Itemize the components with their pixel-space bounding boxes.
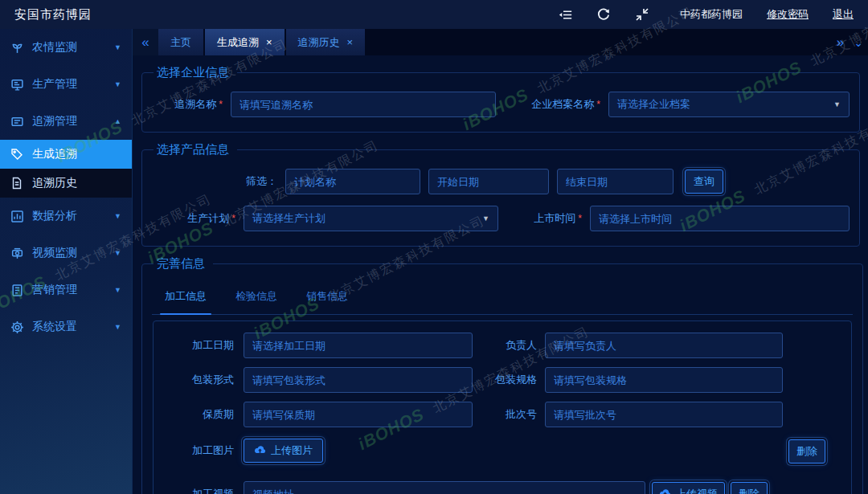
sidebar-item-label: 生产管理 <box>32 77 77 92</box>
section-product-info: 选择产品信息 筛选： 查询 生产计划* 请选择生产计划 ▼ 上市时间* <box>141 142 860 247</box>
chevron-down-icon: ▼ <box>114 43 121 51</box>
gear-icon <box>10 320 24 334</box>
batch-number-label: 批次号 <box>482 407 537 422</box>
shelf-life-input[interactable] <box>244 402 473 427</box>
delete-video-button[interactable]: 删除 <box>731 482 768 494</box>
main-content: 选择企业信息 追溯名称* 企业档案名称* 请选择企业档案 ▼ 选择产品信息 筛选… <box>133 55 868 494</box>
marketing-doc-icon <box>10 284 24 297</box>
tab-label: 生成追溯 <box>217 35 259 50</box>
packaging-spec-label: 包装规格 <box>482 373 537 387</box>
chevron-down-icon: ▼ <box>114 80 121 88</box>
chevron-down-icon: ▼ <box>114 249 121 257</box>
chevron-down-icon: ▼ <box>833 100 841 108</box>
shelf-life-label: 保质期 <box>154 407 234 422</box>
chevron-down-icon: ▼ <box>482 214 489 223</box>
monitor-icon <box>10 78 24 92</box>
tabbar: « 主页 生成追溯 × 追溯历史 × » ⌄ <box>133 29 868 55</box>
sidebar-item-label: 生成追溯 <box>32 147 77 161</box>
upload-image-button[interactable]: 上传图片 <box>244 439 323 463</box>
sidebar-item-system-settings[interactable]: 系统设置 ▼ <box>0 308 132 345</box>
logout-link[interactable]: 退出 <box>833 7 854 22</box>
chevron-up-icon: ▲ <box>114 117 121 125</box>
tab-sales-info[interactable]: 销售信息 <box>306 289 348 314</box>
processing-date-input[interactable] <box>244 333 473 358</box>
section-title-product: 选择产品信息 <box>154 142 237 157</box>
history-doc-icon <box>10 177 24 190</box>
video-url-input[interactable] <box>244 481 645 494</box>
chevron-down-icon: ▼ <box>114 212 121 220</box>
double-chevron-left-icon: « <box>141 35 149 51</box>
packaging-spec-input[interactable] <box>545 367 783 393</box>
trace-name-input[interactable] <box>231 92 496 117</box>
production-plan-select[interactable]: 请选择生产计划 ▼ <box>244 206 498 231</box>
menu-fold-icon[interactable] <box>558 7 572 22</box>
sidebar-item-label: 数据分析 <box>32 209 77 223</box>
chevron-down-icon: ▼ <box>114 286 121 294</box>
sidebar-item-video-monitor[interactable]: 视频监测 ▼ <box>0 235 132 271</box>
packaging-form-label: 包装形式 <box>154 373 234 387</box>
sidebar-item-agriculture-monitor[interactable]: 农情监测 ▼ <box>0 29 132 66</box>
sidebar-item-generate-trace[interactable]: 生成追溯 <box>0 140 132 169</box>
tab-trace-history[interactable]: 追溯历史 × <box>286 29 366 55</box>
end-date-input[interactable] <box>557 169 674 194</box>
topbar: 安国市药博园 中药都药博园 修改密码 退出 <box>0 0 868 29</box>
close-icon[interactable]: × <box>347 37 354 47</box>
sidebar: 农情监测 ▼ 生产管理 ▼ 追溯管理 ▲ 生成追溯 追溯历史 <box>0 29 133 494</box>
complete-info-tabs: 加工信息 检验信息 销售信息 <box>152 276 853 315</box>
processing-image-label: 加工图片 <box>154 443 234 458</box>
plan-name-filter-input[interactable] <box>285 169 420 194</box>
tabs-menu-chevron-icon[interactable]: ⌄ <box>854 36 863 49</box>
enterprise-archive-label: 企业档案名称* <box>506 97 600 112</box>
topbar-right: 中药都药博园 修改密码 退出 <box>558 7 854 22</box>
processing-date-label: 加工日期 <box>154 338 234 353</box>
delete-image-button[interactable]: 删除 <box>788 439 825 463</box>
trace-name-label: 追溯名称* <box>152 97 223 112</box>
close-icon[interactable]: × <box>266 37 272 47</box>
tab-inspection-info[interactable]: 检验信息 <box>235 289 277 314</box>
cloud-upload-icon <box>254 445 266 457</box>
org-name[interactable]: 中药都药博园 <box>680 7 743 22</box>
sidebar-item-production-management[interactable]: 生产管理 ▼ <box>0 66 132 103</box>
person-in-charge-input[interactable] <box>545 333 783 358</box>
required-mark: * <box>219 99 223 110</box>
sprout-icon <box>10 41 24 55</box>
section-complete-info: 完善信息 加工信息 检验信息 销售信息 加工日期 负责人 包装形式 包装规格 保… <box>141 256 863 494</box>
batch-number-input[interactable] <box>545 402 783 427</box>
tab-label: 主页 <box>170 35 191 50</box>
packaging-form-input[interactable] <box>244 367 473 393</box>
refresh-icon[interactable] <box>596 7 611 22</box>
processing-info-panel: 加工日期 负责人 包装形式 包装规格 保质期 批次号 加工图片 <box>153 320 852 494</box>
exit-fullscreen-icon[interactable] <box>635 7 649 22</box>
upload-video-button[interactable]: 上传视频 <box>652 482 725 494</box>
sidebar-item-data-analysis[interactable]: 数据分析 ▼ <box>0 198 132 235</box>
sidebar-item-label: 视频监测 <box>32 246 77 260</box>
camera-icon <box>10 247 24 260</box>
tabbar-right: » ⌄ <box>837 29 863 55</box>
app-title: 安国市药博园 <box>14 7 92 22</box>
sidebar-item-marketing-management[interactable]: 营销管理 ▼ <box>0 271 132 308</box>
enterprise-archive-select[interactable]: 请选择企业档案 ▼ <box>608 92 850 117</box>
sidebar-item-trace-history[interactable]: 追溯历史 <box>0 169 132 198</box>
search-button[interactable]: 查询 <box>685 169 723 194</box>
tabs-scroll-left-button[interactable]: « <box>133 29 158 55</box>
required-mark: * <box>596 99 600 110</box>
chevron-down-icon: ▼ <box>114 323 121 331</box>
start-date-input[interactable] <box>428 169 549 194</box>
person-in-charge-label: 负责人 <box>482 338 537 353</box>
trace-submenu: 生成追溯 追溯历史 <box>0 140 132 198</box>
filter-label: 筛选： <box>152 174 277 189</box>
tab-generate-trace[interactable]: 生成追溯 × <box>205 29 285 55</box>
sidebar-item-label: 营销管理 <box>32 283 77 297</box>
tab-home[interactable]: 主页 <box>158 29 203 55</box>
launch-time-input[interactable] <box>590 206 850 231</box>
sidebar-item-trace-management[interactable]: 追溯管理 ▲ <box>0 103 132 140</box>
tag-icon <box>10 148 24 161</box>
tabs-scroll-right-button[interactable]: » <box>837 35 844 51</box>
sidebar-item-label: 农情监测 <box>32 40 77 55</box>
change-password-link[interactable]: 修改密码 <box>767 7 809 22</box>
tab-processing-info[interactable]: 加工信息 <box>165 289 207 314</box>
section-enterprise-info: 选择企业信息 追溯名称* 企业档案名称* 请选择企业档案 ▼ <box>141 65 860 133</box>
section-title-complete: 完善信息 <box>154 256 213 271</box>
tab-label: 追溯历史 <box>298 35 340 50</box>
section-title-enterprise: 选择企业信息 <box>154 65 237 80</box>
